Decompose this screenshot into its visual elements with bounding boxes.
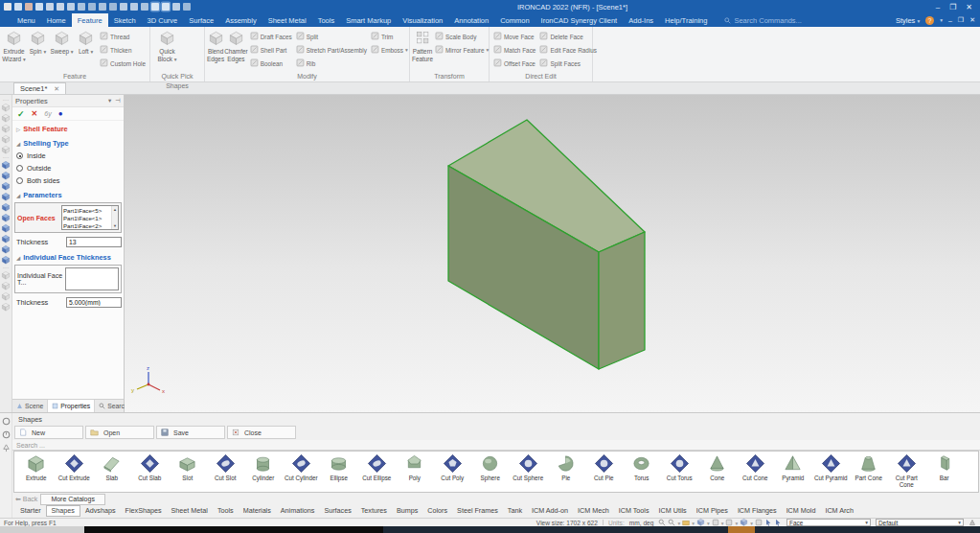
shape-torus[interactable]: Torus: [623, 453, 661, 482]
split-button[interactable]: Split: [296, 32, 367, 41]
shape-slab[interactable]: Slab: [93, 453, 131, 482]
trim-button[interactable]: Trim: [371, 32, 408, 41]
catalog-tab-icm-utils[interactable]: ICM Utils: [654, 505, 692, 516]
panel-tab-scene[interactable]: Scene: [12, 400, 48, 412]
close-catalog-button[interactable]: Close: [227, 426, 296, 439]
catalog-tab-tools[interactable]: Tools: [213, 505, 239, 516]
catalog-shape-icon[interactable]: [1, 234, 11, 243]
collapse-icon[interactable]: ◢: [16, 141, 20, 147]
tab-help-training[interactable]: Help/Training: [659, 13, 713, 27]
viewport-3d[interactable]: z x y: [125, 95, 980, 412]
catalog-shape-icon[interactable]: [1, 181, 11, 191]
radio-outside[interactable]: Outside: [12, 162, 124, 174]
catalog-shape-icon[interactable]: [1, 171, 11, 180]
catalog-tab-icm-mech[interactable]: ICM Mech: [573, 505, 614, 516]
shelling-type-section[interactable]: ◢ Shelling Type: [12, 135, 124, 150]
catalog-tab-icm-add-on[interactable]: ICM Add-on: [527, 505, 573, 516]
catalog-tab-tank[interactable]: Tank: [503, 505, 527, 516]
panel-pin-icon[interactable]: ⊣: [115, 97, 121, 104]
radio-inside[interactable]: Inside: [12, 150, 124, 162]
tab-smart-markup[interactable]: Smart Markup: [340, 13, 397, 27]
tab-add-ins[interactable]: Add-Ins: [623, 13, 659, 27]
catalog-tab-advshaps[interactable]: Advshaps: [80, 505, 121, 516]
collapse-icon[interactable]: ◢: [16, 193, 20, 198]
more-catalogs-button[interactable]: More Catalogs: [40, 494, 105, 505]
shape-tool-icon[interactable]: [1, 103, 11, 112]
tab-visualization[interactable]: Visualization: [397, 13, 448, 27]
paste-icon[interactable]: [88, 3, 96, 11]
shape-cut-cylinder[interactable]: Cut Cylinder: [283, 453, 321, 482]
back-button[interactable]: ⬅ Back: [15, 496, 37, 503]
mirror-feature-button[interactable]: Mirror Feature▾: [435, 45, 489, 55]
config-icon[interactable]: [969, 519, 976, 526]
shape-tool-icon[interactable]: [1, 145, 11, 154]
expand-icon[interactable]: ▷: [16, 127, 20, 132]
shape-cut-pie[interactable]: Cut Pie: [585, 453, 624, 482]
auto-hide-icon[interactable]: [2, 417, 11, 426]
open-face-item[interactable]: Part1\Face<1>: [63, 215, 110, 222]
shape-cut-slab[interactable]: Cut Slab: [131, 453, 170, 482]
minimize-button[interactable]: –: [936, 3, 940, 12]
open-face-item[interactable]: Part1\Face<5>: [63, 207, 110, 215]
edit-face-radius-button[interactable]: Edit Face Radius: [539, 45, 597, 55]
document-tab-close-icon[interactable]: ✕: [54, 85, 59, 93]
tab-surface[interactable]: Surface: [183, 13, 219, 27]
save-catalog-button[interactable]: Save: [156, 426, 225, 439]
loft-button[interactable]: Loft ▾: [74, 28, 98, 56]
collapse-icon[interactable]: ◢: [16, 255, 20, 261]
selection-filter-dropdown[interactable]: Face▾: [786, 519, 871, 526]
shape-cut-part-cone[interactable]: Cut Part Cone: [888, 453, 926, 488]
catalog-shape-icon[interactable]: [1, 223, 11, 233]
shape-ellipse[interactable]: Ellipse: [320, 453, 358, 482]
boolean-button[interactable]: Boolean: [250, 58, 292, 68]
catalog-tab-icm-arch[interactable]: ICM Arch: [820, 505, 858, 516]
catalog-shape-icon[interactable]: [1, 192, 11, 201]
ok-button[interactable]: ✓: [17, 109, 25, 119]
catalog-shape-icon[interactable]: [1, 160, 11, 170]
tab-feature[interactable]: Feature: [72, 13, 108, 27]
stretch-part-assembly-button[interactable]: Stretch Part/Assembly: [296, 45, 367, 55]
dimension-tool-icon[interactable]: [1, 281, 11, 290]
shape-pie[interactable]: Pie: [547, 453, 585, 482]
radio-icon[interactable]: [16, 165, 23, 172]
shape-poly[interactable]: Poly: [396, 453, 434, 482]
individual-face-thickness-section[interactable]: ◢ Individual Face Thickness: [12, 249, 124, 264]
datum-tool-icon[interactable]: [1, 291, 11, 301]
part-box[interactable]: [448, 120, 645, 369]
shape-pyramid[interactable]: Pyramid: [774, 453, 812, 482]
shell-part-button[interactable]: Shell Part: [250, 45, 292, 55]
individual-thickness-input[interactable]: [66, 297, 122, 308]
command-search[interactable]: Search Commands...: [724, 13, 801, 27]
more-icon[interactable]: [183, 3, 191, 11]
radio-both-sides[interactable]: Both sides: [12, 174, 124, 187]
open-face-item[interactable]: Part1\Face<2>: [63, 222, 110, 230]
shape-cut-cone[interactable]: Cut Cone: [737, 453, 775, 482]
shape-cut-pyramid[interactable]: Cut Pyramid: [812, 453, 851, 482]
parameters-section[interactable]: ◢ Parameters: [12, 187, 124, 201]
dropdown-caret-icon[interactable]: ▾: [750, 520, 753, 526]
catalog-tab-surfaces[interactable]: Surfaces: [319, 505, 355, 516]
shape-tool-icon[interactable]: [1, 124, 11, 133]
offset-face-button[interactable]: Offset Face: [493, 58, 536, 68]
catalog-tab-icm-pipes[interactable]: ICM Pipes: [692, 505, 733, 516]
shape-slot[interactable]: Slot: [169, 453, 207, 482]
tab-tools[interactable]: Tools: [312, 13, 341, 27]
dropdown-caret-icon[interactable]: ▾: [721, 520, 724, 526]
shape-extrude[interactable]: Extrude: [17, 453, 56, 482]
tab-3d-curve[interactable]: 3D Curve: [142, 13, 184, 27]
preview-button[interactable]: 6y: [44, 110, 51, 117]
measure-tool-icon[interactable]: [1, 270, 11, 280]
pattern-feature-button[interactable]: Pattern Feature: [412, 28, 433, 62]
ribbon-options-caret[interactable]: ▾: [940, 17, 943, 23]
radio-icon[interactable]: [16, 152, 23, 159]
shape-cut-ellipse[interactable]: Cut Ellipse: [358, 453, 397, 482]
grid-icon[interactable]: [172, 3, 180, 11]
print-icon[interactable]: [67, 3, 75, 11]
apply-dot[interactable]: ●: [58, 110, 63, 118]
new-catalog-button[interactable]: New: [14, 426, 83, 439]
catalog-tab-starter[interactable]: Starter: [15, 505, 46, 516]
angle-tool-icon[interactable]: [1, 302, 11, 312]
open-faces-list[interactable]: Part1\Face<5>Part1\Face<1>Part1\Face<2>▲…: [61, 205, 119, 230]
radio-icon[interactable]: [16, 177, 23, 184]
faces-scrollbar[interactable]: ▲▼: [111, 206, 118, 229]
